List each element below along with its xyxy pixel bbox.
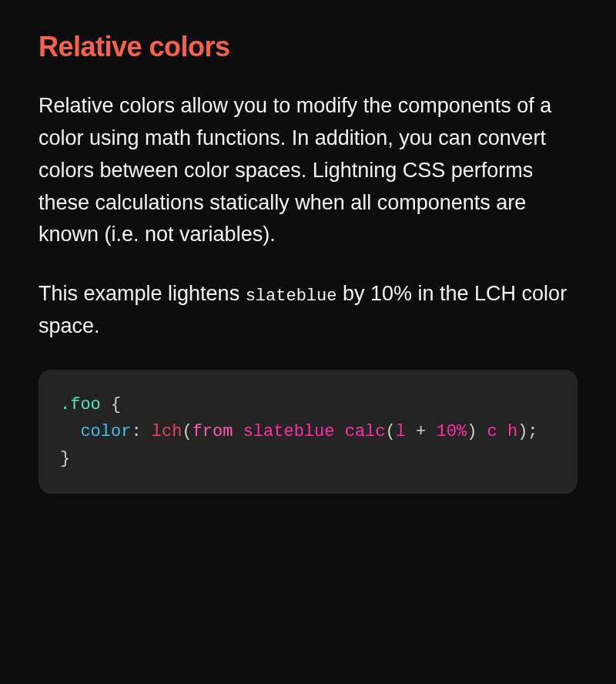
code-paren-open: ( <box>182 422 192 441</box>
intro-paragraph: Relative colors allow you to modify the … <box>38 90 578 251</box>
code-brace-close: } <box>60 449 70 468</box>
code-plus: + <box>406 422 437 441</box>
example-intro-pre: This example lightens <box>38 282 246 305</box>
code-space <box>334 422 344 441</box>
code-slateblue: slateblue <box>243 422 335 441</box>
section-heading: Relative colors <box>38 31 578 63</box>
code-keyword-from: from <box>192 422 233 441</box>
code-var-l: l <box>396 422 406 441</box>
code-indent <box>60 422 80 441</box>
code-var-c: c <box>487 422 497 441</box>
code-paren-close: ) <box>517 422 527 441</box>
code-colon: : <box>131 422 151 441</box>
code-selector: .foo <box>60 395 101 414</box>
example-intro-paragraph: This example lightens slateblue by 10% i… <box>38 278 578 343</box>
code-block: .foo { color: lch(from slateblue calc(l … <box>38 370 578 495</box>
inline-code-slateblue: slateblue <box>246 287 337 306</box>
code-fn-lch: lch <box>152 422 182 441</box>
code-semicolon: ; <box>527 422 537 441</box>
code-paren-close-2: ) <box>467 422 477 441</box>
code-10pct: 10% <box>437 422 467 441</box>
code-space <box>477 422 487 441</box>
code-property: color <box>80 422 131 441</box>
code-space <box>233 422 243 441</box>
code-fn-calc: calc <box>345 422 386 441</box>
code-paren-open-2: ( <box>386 422 396 441</box>
code-brace-open: { <box>101 395 121 414</box>
code-var-h: h <box>507 422 517 441</box>
code-space <box>497 422 507 441</box>
